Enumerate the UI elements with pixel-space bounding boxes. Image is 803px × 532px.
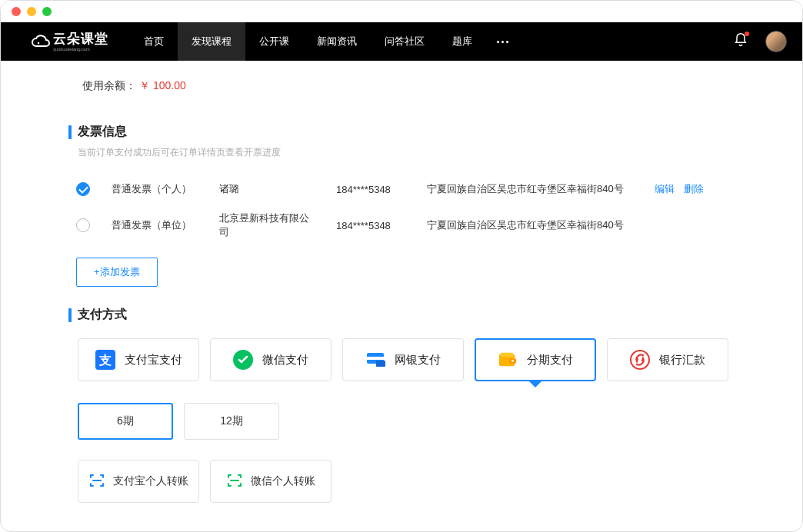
transfer-label: 微信个人转账 [251, 474, 315, 488]
installment-option[interactable]: 12期 [184, 403, 279, 440]
wallet-icon [498, 350, 518, 370]
bank-icon [365, 350, 385, 370]
topbar: 云朵课堂 yunduoketang.com 首页发现课程公开课新闻资讯问答社区题… [1, 22, 802, 61]
content: 使用余额： ￥ 100.00 发票信息 当前订单支付成功后可在订单详情页查看开票… [1, 61, 802, 531]
svg-text:支: 支 [98, 354, 112, 367]
invoice-address: 宁夏回族自治区吴忠市红寺堡区幸福街840号 [427, 218, 624, 232]
invoice-actions: 编辑删除 [645, 182, 704, 196]
svg-point-0 [38, 42, 39, 44]
nav-item[interactable]: 公开课 [245, 22, 303, 61]
section-title: 支付方式 [78, 307, 127, 323]
radio[interactable] [76, 218, 90, 232]
invoice-phone: 184****5348 [336, 184, 405, 195]
invoice-type: 普通发票（个人） [112, 182, 198, 196]
invoice-type: 普通发票（单位） [112, 218, 198, 232]
mac-titlebar [1, 1, 802, 22]
installment-option[interactable]: 6期 [78, 403, 173, 440]
nav-more[interactable] [486, 22, 519, 61]
balance-row: 使用余额： ￥ 100.00 [82, 79, 735, 93]
pay-method-label: 分期支付 [527, 353, 573, 367]
nav-item[interactable]: 发现课程 [178, 22, 245, 61]
pay-method-wallet[interactable]: 分期支付 [475, 338, 596, 381]
pay-method-wechat[interactable]: 微信支付 [210, 338, 332, 381]
invoice-phone: 184****5348 [336, 220, 405, 231]
pay-method-alipay[interactable]: 支支付宝支付 [78, 338, 199, 381]
section-title: 发票信息 [78, 124, 127, 140]
edit-link[interactable]: 编辑 [655, 183, 675, 195]
transfer-option[interactable]: 微信个人转账 [210, 460, 332, 503]
invoice-address: 宁夏回族自治区吴忠市红寺堡区幸福街840号 [427, 182, 624, 196]
pay-method-label: 支付宝支付 [125, 353, 182, 367]
notification-bell-icon[interactable] [733, 32, 748, 51]
section-bar [68, 308, 72, 322]
nav-item[interactable]: 题库 [438, 22, 486, 61]
svg-rect-6 [376, 361, 385, 367]
scan-bracket-icon [88, 472, 105, 491]
max-dot[interactable] [42, 7, 52, 16]
section-bar [68, 125, 72, 139]
logo-text: 云朵课堂 [53, 32, 108, 46]
alipay-icon: 支 [95, 350, 115, 370]
close-dot[interactable] [12, 7, 21, 16]
section-subtitle: 当前订单支付成功后可在订单详情页查看开票进度 [78, 146, 735, 159]
scan-bracket-icon [226, 472, 243, 491]
remit-icon [630, 350, 650, 370]
delete-link[interactable]: 删除 [684, 183, 704, 195]
add-invoice-button[interactable]: +添加发票 [76, 258, 158, 287]
balance-amount: ￥ 100.00 [139, 79, 186, 93]
pay-method-label: 网银支付 [395, 353, 441, 367]
avatar[interactable] [765, 31, 787, 52]
radio[interactable] [76, 182, 90, 196]
payment-section: 支付方式 支支付宝支付微信支付网银支付分期支付银行汇款 6期12期 支付宝个人转… [68, 307, 735, 503]
invoice-row: 普通发票（单位）北京昱新科技有限公司184****5348宁夏回族自治区吴忠市红… [76, 204, 735, 247]
nav-item[interactable]: 首页 [130, 22, 178, 61]
pay-method-remit[interactable]: 银行汇款 [607, 338, 728, 381]
invoice-section: 发票信息 当前订单支付成功后可在订单详情页查看开票进度 普通发票（个人）诸璐18… [68, 124, 735, 287]
invoice-name: 北京昱新科技有限公司 [219, 211, 315, 239]
pay-method-label: 微信支付 [262, 353, 308, 367]
min-dot[interactable] [27, 7, 36, 16]
cloud-logo-icon [32, 32, 50, 51]
nav: 首页发现课程公开课新闻资讯问答社区题库 [130, 22, 486, 61]
pay-method-bank[interactable]: 网银支付 [342, 338, 464, 381]
nav-item[interactable]: 新闻资讯 [303, 22, 371, 61]
balance-label: 使用余额： [82, 79, 136, 93]
svg-rect-10 [501, 353, 514, 357]
nav-item[interactable]: 问答社区 [371, 22, 438, 61]
logo-subtext: yunduoketang.com [53, 47, 108, 52]
transfer-label: 支付宝个人转账 [113, 474, 188, 488]
logo[interactable]: 云朵课堂 yunduoketang.com [32, 32, 108, 52]
svg-point-11 [631, 351, 649, 369]
transfer-option[interactable]: 支付宝个人转账 [78, 460, 199, 503]
invoice-name: 诸璐 [219, 182, 315, 196]
invoice-row: 普通发票（个人）诸璐184****5348宁夏回族自治区吴忠市红寺堡区幸福街84… [76, 175, 735, 204]
pay-method-label: 银行汇款 [659, 353, 705, 367]
svg-point-9 [511, 360, 514, 362]
svg-rect-5 [367, 357, 384, 360]
wechat-icon [233, 350, 253, 370]
